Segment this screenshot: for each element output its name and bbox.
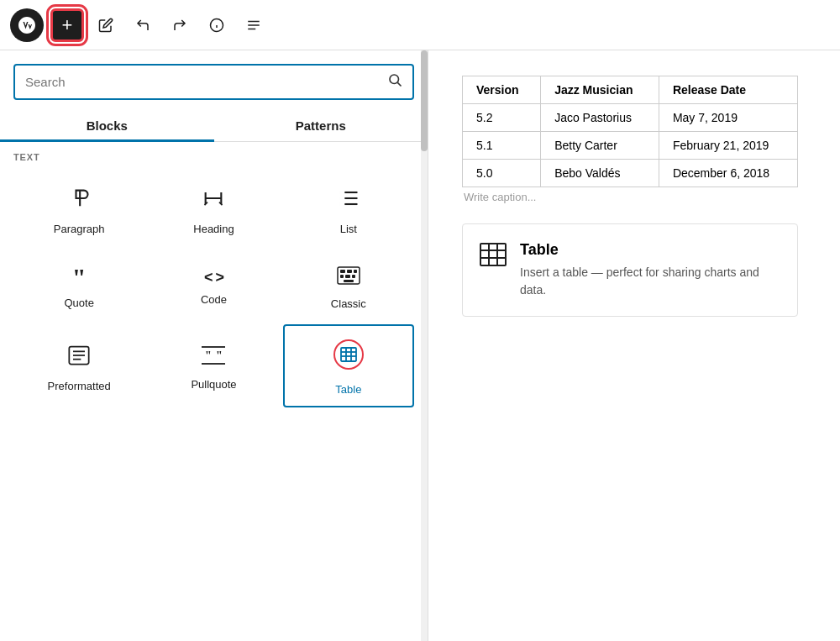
pullquote-label: Pullquote <box>191 378 236 391</box>
blocks-section: TEXT Paragraph <box>0 142 428 641</box>
tab-patterns[interactable]: Patterns <box>214 110 428 141</box>
svg-rect-15 <box>340 270 345 273</box>
block-item-table[interactable]: Table <box>283 324 414 407</box>
table-row: 5.2 Jaco Pastorius May 7, 2019 <box>463 104 798 132</box>
svg-rect-18 <box>340 275 344 278</box>
heading-icon <box>202 187 225 216</box>
block-item-heading[interactable]: Heading <box>148 172 279 246</box>
svg-point-6 <box>390 75 399 84</box>
wp-logo <box>10 8 44 42</box>
tab-blocks[interactable]: Blocks <box>0 110 214 141</box>
info-button[interactable] <box>202 10 232 40</box>
edit-button[interactable] <box>91 10 121 40</box>
code-icon: < > <box>204 269 223 286</box>
preview-table-wrap: Version Jazz Musician Release Date 5.2 J… <box>462 76 806 203</box>
scroll-track[interactable] <box>421 50 428 641</box>
classic-label: Classic <box>331 297 366 310</box>
svg-text:": " <box>216 349 223 362</box>
code-label: Code <box>201 293 227 306</box>
search-box[interactable] <box>13 64 414 100</box>
cell-musician-1: Jaco Pastorius <box>541 104 659 132</box>
cell-date-2: February 21, 2019 <box>659 132 797 160</box>
main-content: Blocks Patterns TEXT Paragraph <box>0 50 840 641</box>
caption-placeholder[interactable]: Write caption... <box>464 191 806 203</box>
scroll-thumb[interactable] <box>421 50 428 151</box>
table-row: 5.1 Betty Carter February 21, 2019 <box>463 132 798 160</box>
card-title: Table <box>520 241 780 259</box>
block-info-card: Table Insert a table — perfect for shari… <box>462 223 798 317</box>
block-item-quote[interactable]: " Quote <box>13 250 144 321</box>
card-description: Insert a table — perfect for sharing cha… <box>520 264 780 299</box>
table-row: 5.0 Bebo Valdés December 6, 2018 <box>463 160 798 187</box>
quote-icon: " <box>72 265 87 290</box>
table-icon <box>333 339 364 376</box>
table-label: Table <box>335 383 361 396</box>
svg-rect-17 <box>354 270 357 273</box>
cell-date-3: December 6, 2018 <box>659 160 797 187</box>
left-panel: Blocks Patterns TEXT Paragraph <box>0 50 428 641</box>
blocks-grid: Paragraph Heading <box>13 172 414 407</box>
svg-line-7 <box>397 82 401 86</box>
cell-version-2: 5.1 <box>463 132 541 160</box>
list-icon <box>337 187 360 216</box>
quote-label: Quote <box>64 297 93 309</box>
block-item-paragraph[interactable]: Paragraph <box>13 172 144 246</box>
svg-rect-35 <box>480 244 506 265</box>
block-item-classic[interactable]: Classic <box>283 250 414 321</box>
svg-rect-19 <box>345 275 350 278</box>
heading-label: Heading <box>193 223 234 235</box>
preview-table: Version Jazz Musician Release Date 5.2 J… <box>462 76 798 187</box>
col-header-version: Version <box>463 76 541 104</box>
pullquote-icon: " " <box>202 344 225 371</box>
list-label: List <box>340 223 357 235</box>
search-input[interactable] <box>25 75 381 89</box>
section-label-text: TEXT <box>13 152 414 162</box>
toolbar: + <box>0 0 840 50</box>
preformatted-label: Preformatted <box>48 380 111 392</box>
cell-date-1: May 7, 2019 <box>659 104 797 132</box>
add-block-button[interactable]: + <box>50 8 84 42</box>
cell-version-3: 5.0 <box>463 160 541 187</box>
block-item-code[interactable]: < > Code <box>148 250 279 321</box>
tabs: Blocks Patterns <box>0 110 428 142</box>
svg-rect-21 <box>344 280 354 282</box>
redo-button[interactable] <box>165 10 195 40</box>
search-area <box>0 50 428 100</box>
card-text: Table Insert a table — perfect for shari… <box>520 241 780 299</box>
block-item-preformatted[interactable]: Preformatted <box>13 324 144 407</box>
svg-rect-16 <box>347 270 352 273</box>
block-item-list[interactable]: List <box>283 172 414 246</box>
block-item-pullquote[interactable]: " " Pullquote <box>148 324 279 407</box>
right-panel: Version Jazz Musician Release Date 5.2 J… <box>428 50 840 641</box>
svg-rect-20 <box>352 275 355 278</box>
plus-icon: + <box>62 14 73 36</box>
classic-icon <box>337 264 360 291</box>
col-header-musician: Jazz Musician <box>541 76 659 104</box>
undo-button[interactable] <box>128 10 158 40</box>
svg-text:": " <box>205 349 212 362</box>
cell-musician-3: Bebo Valdés <box>541 160 659 187</box>
list-view-button[interactable] <box>239 10 269 40</box>
cell-version-1: 5.2 <box>463 104 541 132</box>
search-icon[interactable] <box>387 72 402 92</box>
cell-musician-2: Betty Carter <box>541 132 659 160</box>
svg-rect-30 <box>341 348 356 361</box>
paragraph-icon <box>67 187 91 216</box>
card-table-icon <box>480 243 507 272</box>
preformatted-icon <box>67 344 91 373</box>
paragraph-label: Paragraph <box>54 223 105 235</box>
col-header-date: Release Date <box>659 76 797 104</box>
